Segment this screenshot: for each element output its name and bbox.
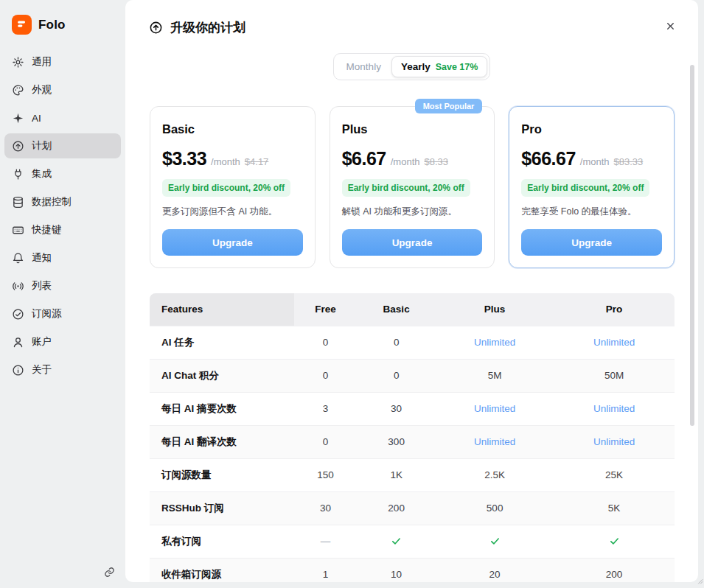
plan-period: /month: [211, 156, 240, 167]
settings-sidebar: Folo 通用外观AI计划集成数据控制快捷键通知列表订阅源账户关于: [0, 0, 125, 588]
sidebar-item-notifications[interactable]: 通知: [4, 245, 121, 270]
circle-arrow-up-icon: [149, 21, 163, 35]
feature-name: 订阅源数量: [150, 458, 294, 491]
link-icon[interactable]: [104, 567, 115, 578]
feature-name: AI 任务: [150, 326, 294, 359]
sidebar-item-plan[interactable]: 计划: [4, 133, 121, 158]
sidebar-item-label: 订阅源: [32, 307, 62, 321]
features-table: FeaturesFreeBasicPlusPro AI 任务00Unlimite…: [150, 293, 675, 582]
feature-value: Unlimited: [554, 392, 675, 425]
sparkle-icon: [12, 112, 24, 125]
panel-header: 升级你的计划: [125, 0, 698, 37]
feature-value: 0: [357, 326, 436, 359]
feature-value: 3: [294, 392, 357, 425]
plan-price: $6.67: [342, 148, 386, 169]
feature-value: 10: [357, 558, 436, 582]
discount-badge: Early bird discount, 20% off: [342, 179, 470, 197]
plug-icon: [12, 168, 24, 181]
plan-description: 解锁 AI 功能和更多订阅源。: [342, 206, 483, 218]
close-icon: [665, 21, 676, 34]
upgrade-plan-panel: 升级你的计划 Monthly Yearly Save 17% Basic: [125, 0, 698, 582]
feature-value: Unlimited: [554, 326, 675, 359]
yearly-toggle[interactable]: Yearly Save 17%: [391, 56, 487, 77]
feature-value: 1: [294, 558, 357, 582]
feature-name: 收件箱订阅源: [150, 558, 294, 582]
info-icon: [12, 364, 24, 377]
plan-description: 完整享受 Folo 的最佳体验。: [521, 206, 662, 218]
yearly-label: Yearly: [401, 61, 431, 72]
upgrade-button[interactable]: Upgrade: [521, 229, 662, 256]
plan-description: 更多订阅源但不含 AI 功能。: [162, 206, 303, 218]
save-badge: Save 17%: [436, 62, 478, 72]
upgrade-button[interactable]: Upgrade: [342, 229, 483, 256]
close-button[interactable]: [662, 18, 679, 37]
feature-value: 0: [294, 425, 357, 458]
table-row: AI Chat 积分005M50M: [150, 359, 675, 392]
scrollbar-thumb[interactable]: [690, 65, 694, 426]
feature-value: 5M: [436, 359, 554, 392]
discount-badge: Early bird discount, 20% off: [162, 179, 290, 197]
plan-price-row: $66.67 /month $83.33: [521, 148, 662, 169]
most-popular-badge: Most Popular: [415, 99, 483, 113]
table-header-features: Features: [150, 293, 294, 326]
feature-value: 200: [357, 491, 436, 525]
resize-grip-icon[interactable]: [694, 574, 703, 587]
sidebar-item-label: 通知: [32, 251, 52, 265]
table-header-plus: Plus: [436, 293, 554, 326]
table-header-free: Free: [294, 293, 357, 326]
feature-name: 每日 AI 翻译次数: [150, 425, 294, 458]
sidebar-item-shortcuts[interactable]: 快捷键: [4, 217, 121, 242]
sidebar-item-data-control[interactable]: 数据控制: [4, 189, 121, 214]
feature-value: 30: [294, 491, 357, 525]
sidebar-item-integrations[interactable]: 集成: [4, 161, 121, 186]
sidebar-item-label: 数据控制: [32, 195, 72, 209]
sidebar-item-label: 列表: [32, 279, 52, 293]
scrollbar[interactable]: [690, 49, 694, 576]
feature-name: RSSHub 订阅: [150, 491, 294, 525]
plan-card-pro: Pro $66.67 /month $83.33 Early bird disc…: [509, 106, 675, 268]
sidebar-item-ai[interactable]: AI: [4, 105, 121, 130]
feature-value: Unlimited: [554, 425, 675, 458]
folo-logo-icon: [12, 15, 32, 35]
monthly-toggle[interactable]: Monthly: [336, 57, 391, 77]
billing-period-toggle: Monthly Yearly Save 17%: [333, 53, 491, 80]
feature-name: 私有订阅: [150, 525, 294, 558]
feature-value: 300: [357, 425, 436, 458]
person-icon: [12, 336, 24, 349]
page-title: 升级你的计划: [170, 19, 245, 36]
plan-original-price: $8.33: [424, 156, 448, 167]
sidebar-item-lists[interactable]: 列表: [4, 273, 121, 298]
feature-value: 5K: [554, 491, 675, 525]
sidebar-footer: [0, 567, 125, 588]
check-icon: [391, 536, 402, 547]
feature-value: Unlimited: [436, 392, 554, 425]
check-icon: [609, 536, 620, 547]
plan-card-plus: Most PopularPlus $6.67 /month $8.33 Earl…: [330, 106, 495, 268]
feature-value: 30: [357, 392, 436, 425]
sidebar-item-feeds[interactable]: 订阅源: [4, 301, 121, 326]
table-row: AI 任务00UnlimitedUnlimited: [150, 326, 675, 359]
feature-value: 150: [294, 458, 357, 491]
feature-value: Unlimited: [436, 425, 554, 458]
plan-price-row: $3.33 /month $4.17: [162, 148, 303, 169]
table-row: 收件箱订阅源11020200: [150, 558, 675, 582]
table-header-row: FeaturesFreeBasicPlusPro: [150, 293, 675, 326]
feature-value: [436, 525, 554, 558]
sidebar-item-label: 账户: [32, 335, 52, 349]
feature-value: 1K: [357, 458, 436, 491]
table-header-basic: Basic: [357, 293, 436, 326]
app-logo: Folo: [0, 15, 125, 35]
plan-name: Pro: [521, 122, 662, 136]
sidebar-item-label: 外观: [32, 83, 52, 97]
upgrade-button[interactable]: Upgrade: [162, 229, 303, 256]
table-row: RSSHub 订阅302005005K: [150, 491, 675, 525]
sidebar-item-general[interactable]: 通用: [4, 49, 121, 74]
table-row: 每日 AI 翻译次数0300UnlimitedUnlimited: [150, 425, 675, 458]
sidebar-item-about[interactable]: 关于: [4, 357, 121, 382]
feature-value: —: [294, 525, 357, 558]
table-row: 每日 AI 摘要次数330UnlimitedUnlimited: [150, 392, 675, 425]
sidebar-item-account[interactable]: 账户: [4, 329, 121, 354]
sidebar-item-appearance[interactable]: 外观: [4, 77, 121, 102]
feature-value: [554, 525, 675, 558]
check-icon: [489, 536, 501, 547]
